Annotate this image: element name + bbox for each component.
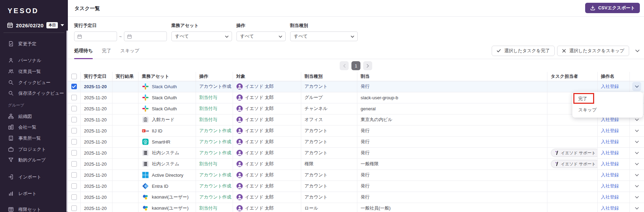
asset-name: SmartHR [152,139,170,145]
row-checkbox[interactable] [71,95,77,100]
slack-icon [142,94,149,101]
row-menu-button[interactable] [632,182,641,191]
next-page-button[interactable] [363,61,372,70]
row-checkbox[interactable] [71,150,77,156]
start-date-field[interactable] [74,32,117,41]
current-page-button[interactable]: 1 [351,61,360,70]
sidebar-item-label: プロジェクト [18,146,46,153]
cell-operation: 割当付与 [199,106,217,111]
sidebar-item-employees[interactable]: 従業員一覧 [0,66,68,77]
chevron-down-icon [635,85,639,88]
select-all-checkbox[interactable] [71,74,77,79]
sidebar-item-projects[interactable]: プロジェクト [0,144,68,155]
sidebar-item-org-chart[interactable]: 組織図 [0,111,68,122]
cell-assignment: 発行 [357,147,547,158]
action-link[interactable]: 入社登録 [601,161,619,166]
asset-name: Active Directory [152,173,184,178]
row-menu-button[interactable] [632,170,641,179]
sidebar-item-label: 事業所一覧 [18,135,41,141]
table-row: 2025-11-20 Slack OAuth 割当付与 イエソド 太郎 グループ… [68,92,644,103]
cell-assignee [547,192,597,203]
asset-select[interactable]: すべて [171,31,232,41]
entra-id-icon [142,183,149,190]
row-menu-button[interactable] [632,148,641,157]
action-link[interactable]: 入社登録 [601,205,619,211]
row-checkbox[interactable] [71,205,77,211]
main-content: タスク一覧 CSVエクスポート 実行予定日 ~ 業務アセット [68,0,644,212]
row-menu-button[interactable] [632,126,641,135]
tab-pending[interactable]: 処理待ち [74,43,93,59]
document-check-icon [8,41,14,47]
csv-export-button[interactable]: CSVエクスポート [585,3,640,13]
operation-select[interactable]: すべて [236,31,286,41]
cell-assign-type: チャンネル [301,103,357,114]
cell-result [112,114,138,125]
sidebar-item-change-schedule[interactable]: 変更予定 [0,38,68,49]
more-actions-chevron[interactable] [634,47,641,55]
cell-assignee: イエソド サポート [547,147,597,158]
header-operation: 操作 [196,72,233,81]
row-checkbox[interactable] [71,139,77,145]
sidebar-item-quick-view[interactable]: クイックビュー [0,77,68,88]
prev-page-button[interactable] [340,61,349,70]
sidebar-item-label: 変更予定 [18,41,36,47]
cell-date: 2025-11-20 [80,203,112,212]
action-link[interactable]: 入社登録 [601,128,619,133]
cell-date: 2025-11-20 [80,136,112,147]
complete-selected-button[interactable]: 選択したタスクを完了 [492,46,555,56]
end-date-input[interactable] [124,31,167,41]
asset-name: kaonavi(ユーザー) [152,194,189,200]
sidebar-item-permission-sets[interactable]: 権限セット [0,204,68,212]
action-link[interactable]: 入社登録 [601,150,619,155]
header-action: 操作名 [597,72,629,81]
sidebar-item-reports[interactable]: レポート [0,188,68,199]
row-menu-button[interactable] [632,137,641,146]
action-link[interactable]: 入社登録 [601,84,619,89]
sidebar-item-companies[interactable]: 会社一覧 [0,122,68,132]
row-checkbox[interactable] [71,194,77,200]
sidebar-item-label: インポート [18,174,41,180]
dropdown-item-skip[interactable]: スキップ [572,104,643,116]
assignee-name: イエソド サポート [561,161,596,167]
row-menu-button[interactable] [632,82,641,91]
row-menu-button[interactable] [632,159,641,168]
chevron-down-icon [635,196,639,199]
tab-done[interactable]: 完了 [102,43,111,59]
action-link[interactable]: 入社登録 [601,117,619,122]
avatar [236,83,243,90]
sidebar-item-offices[interactable]: 事業所一覧 [0,133,68,144]
row-checkbox[interactable] [71,84,77,89]
end-date-field[interactable] [124,32,167,41]
sidebar-item-import[interactable]: インポート [0,172,68,182]
action-link[interactable]: 入社登録 [601,139,619,144]
row-checkbox[interactable] [71,117,77,122]
row-checkbox[interactable] [71,128,77,133]
cell-assign-type: オフィス [301,114,357,125]
cell-operation: アカウント作成 [199,172,232,177]
header-assignment: 割当 [357,72,547,81]
sidebar-item-label: クイックビュー [18,80,51,86]
dropdown-item-complete[interactable]: 完了 [572,93,643,104]
row-menu-button[interactable] [632,193,641,202]
sidebar-item-dynamic-groups[interactable]: 動的グループ [0,155,68,165]
start-date-input[interactable] [74,31,117,41]
action-link[interactable]: 入社登録 [601,183,619,188]
assign-type-select[interactable]: すべて [290,31,358,41]
row-checkbox[interactable] [71,161,77,167]
date-selector[interactable]: 2026/02/20 本日 [7,20,64,30]
svg-text:IIJID: IIJID [146,130,149,132]
filter-label: 業務アセット [171,22,232,29]
sidebar-item-personal[interactable]: パーソナル [0,55,68,66]
pagination: 1 [68,61,644,70]
skip-selected-button[interactable]: 選択したタスクをスキップ [557,46,629,56]
row-checkbox[interactable] [71,183,77,189]
tab-skipped[interactable]: スキップ [120,43,139,59]
row-menu-button[interactable] [632,204,641,212]
row-checkbox[interactable] [71,172,77,178]
action-link[interactable]: 入社登録 [601,194,619,200]
action-link[interactable]: 入社登録 [601,172,619,177]
row-checkbox[interactable] [71,106,77,111]
tabs-row: 処理待ち 完了 スキップ 選択したタスクを完了 選択したタスクをスキップ [68,43,644,59]
sidebar-item-saved-quick-view[interactable]: 保存済クイックビュー [0,88,68,99]
row-action-dropdown: 完了 スキップ [572,92,643,118]
